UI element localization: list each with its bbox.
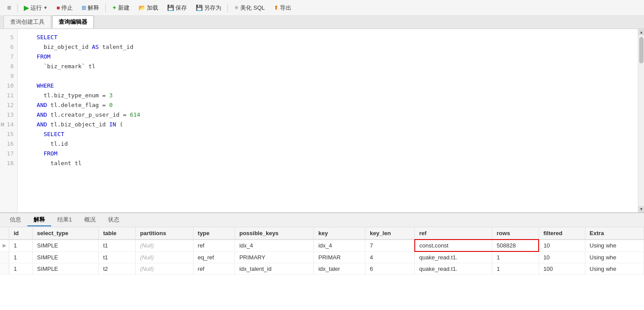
sql-line-16: tl.id: [23, 139, 633, 149]
load-label: 加载: [147, 4, 158, 12]
col-filtered: filtered: [539, 227, 585, 240]
cell-rows: 508828: [492, 240, 539, 251]
menu-button[interactable]: ≡: [4, 3, 15, 13]
sql-line-14: AND tl.biz_object_id IN (: [23, 120, 633, 129]
cell-table: t1: [98, 240, 135, 251]
col-row-indicator: [0, 227, 9, 240]
cell-table: t2: [98, 263, 135, 275]
cell-partitions: (Null): [135, 240, 193, 251]
cell-type: eq_ref: [193, 251, 235, 263]
run-label: 运行: [30, 4, 42, 12]
scroll-thumb[interactable]: [639, 37, 644, 63]
beautify-icon: ✳: [234, 4, 239, 11]
separator-2: [105, 4, 106, 12]
line-6: 6: [0, 42, 17, 52]
explain-icon: ⊞: [82, 4, 86, 11]
line-13: 13: [0, 110, 17, 120]
sql-line-6: biz_object_id AS talent_id: [23, 42, 633, 52]
scroll-track[interactable]: [638, 35, 644, 206]
col-rows: rows: [492, 227, 539, 240]
cell-filtered: 100: [539, 263, 585, 275]
cell-key: idx_4: [314, 240, 365, 251]
bottom-tab-explain[interactable]: 解释: [27, 214, 51, 226]
cell-possible-keys: idx_talent_id: [235, 263, 313, 275]
bottom-tab-info[interactable]: 信息: [4, 214, 27, 226]
col-id: id: [9, 227, 33, 240]
main-area: 5 6 7 8 9 10 11 12 13 14 15 16 17 18 SEL…: [0, 29, 644, 310]
bottom-tab-status[interactable]: 状态: [102, 214, 126, 226]
results-area[interactable]: id select_type table partitions type pos…: [0, 227, 644, 310]
cell-select-type: SIMPLE: [33, 240, 99, 251]
cell-possible-keys: PRIMARY: [235, 251, 313, 263]
cell-rows: 1: [492, 263, 539, 275]
cell-type: ref: [193, 263, 235, 275]
menu-icon: ≡: [7, 4, 11, 12]
save-button[interactable]: 💾 保存: [164, 3, 190, 13]
col-key: key: [314, 227, 365, 240]
line-11: 11: [0, 91, 17, 100]
explain-table: id select_type table partitions type pos…: [0, 227, 644, 275]
cell-id: 1: [9, 263, 33, 275]
toolbar: ≡ ▶ 运行 ▼ ■ 停止 ⊞ 解释 ✦ 新建 📂 加载 💾 保存 💾 另存为 …: [0, 0, 644, 16]
beautify-label: 美化 SQL: [240, 4, 265, 12]
line-16: 16: [0, 139, 17, 149]
line-14: 14: [0, 120, 17, 129]
col-type: type: [193, 227, 235, 240]
bottom-tab-overview[interactable]: 概况: [78, 214, 102, 226]
cell-type: ref: [193, 240, 235, 251]
cell-filtered: 10: [539, 240, 585, 251]
sql-line-11: tl.biz_type_enum = 3: [23, 91, 633, 100]
bottom-tab-results[interactable]: 结果1: [51, 214, 78, 226]
sql-line-10: WHERE: [23, 81, 633, 91]
new-icon: ✦: [112, 4, 117, 11]
cell-key: PRIMAR: [314, 251, 365, 263]
cell-key-len: 4: [365, 251, 414, 263]
bottom-tabs: 信息 解释 结果1 概况 状态: [0, 213, 644, 227]
cell-ref: quake_read.t1.: [415, 251, 492, 263]
line-5: 5: [0, 33, 17, 42]
run-dropdown-icon: ▼: [43, 5, 48, 10]
cell-table: t1: [98, 251, 135, 263]
load-icon: 📂: [138, 4, 145, 11]
explain-button[interactable]: ⊞ 解释: [78, 3, 103, 13]
cell-select-type: SIMPLE: [33, 263, 99, 275]
tab-query-editor[interactable]: 查询编辑器: [52, 15, 94, 28]
sql-line-17: FROM: [23, 149, 633, 159]
sql-line-15: SELECT: [23, 129, 633, 139]
load-button[interactable]: 📂 加载: [135, 3, 162, 13]
stop-icon: ■: [56, 4, 60, 11]
line-17: 17: [0, 149, 17, 159]
sql-line-12: AND tl.delete_flag = 0: [23, 100, 633, 110]
bottom-panel: 信息 解释 结果1 概况 状态 id select_type table par…: [0, 213, 644, 310]
beautify-button[interactable]: ✳ 美化 SQL: [231, 3, 268, 13]
cell-partitions: (Null): [135, 263, 193, 275]
scroll-down-arrow[interactable]: ▼: [638, 206, 644, 212]
cell-key: idx_taler: [314, 263, 365, 275]
sql-code-area[interactable]: SELECT biz_object_id AS talent_id FROM `…: [18, 29, 638, 212]
tab-query-builder[interactable]: 查询创建工具: [4, 15, 51, 28]
col-ref: ref: [415, 227, 492, 240]
stop-button[interactable]: ■ 停止: [53, 3, 76, 13]
cell-ref: quake_read.t1.: [415, 263, 492, 275]
saveas-button[interactable]: 💾 另存为: [192, 3, 225, 13]
cell-id: 1: [9, 240, 33, 251]
row-indicator: [0, 263, 9, 275]
export-icon: ⬆: [274, 4, 279, 11]
cell-key-len: 7: [365, 240, 414, 251]
scroll-up-arrow[interactable]: ▲: [638, 29, 644, 35]
cell-partitions: (Null): [135, 251, 193, 263]
export-button[interactable]: ⬆ 导出: [270, 3, 295, 13]
editor-scrollbar[interactable]: ▲ ▼: [638, 29, 644, 212]
cell-ref: const,const: [415, 240, 492, 251]
cell-extra: Using whe: [585, 263, 644, 275]
row-indicator: ▶: [0, 240, 9, 251]
col-extra: Extra: [585, 227, 644, 240]
line-12: 12: [0, 100, 17, 110]
run-button[interactable]: ▶ 运行 ▼: [20, 2, 51, 13]
cell-extra: Using whe: [585, 251, 644, 263]
cell-extra: Using whe: [585, 240, 644, 251]
table-header-row: id select_type table partitions type pos…: [0, 227, 644, 240]
new-button[interactable]: ✦ 新建: [108, 3, 133, 13]
sql-line-18: talent tl: [23, 159, 633, 168]
cell-key-len: 6: [365, 263, 414, 275]
